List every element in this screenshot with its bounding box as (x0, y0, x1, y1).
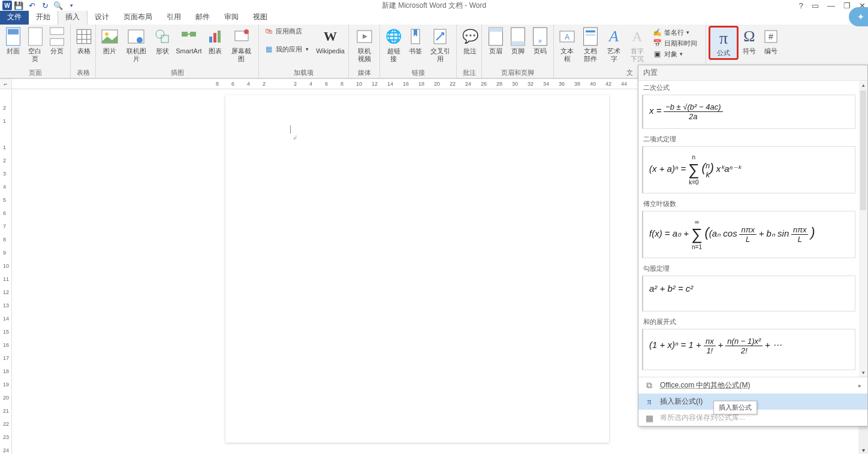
formula-pythag[interactable]: a² + b² = c² (642, 276, 855, 311)
wikipedia-button[interactable]: WWikipedia (315, 26, 346, 56)
group-pages: 封面 空白页 分页 页面 (0, 25, 71, 78)
table-icon (74, 27, 94, 46)
group-label-media: 媒体 (349, 68, 379, 78)
save-icon[interactable]: 💾 (12, 0, 25, 11)
gallery-scroll-up-icon[interactable]: ▴ (859, 81, 867, 89)
group-label-comments: 批注 (457, 68, 481, 78)
textbox-icon: A (557, 27, 577, 46)
group-illustrations: 图片 联机图片 形状 SmartArt 图表 屏幕截图 插图 (96, 25, 259, 78)
svg-rect-20 (218, 31, 221, 43)
dropcap-button[interactable]: A首字下沉 (625, 26, 650, 64)
cover-page-button[interactable]: 封面 (2, 26, 24, 56)
screenshot-button[interactable]: 屏幕截图 (227, 26, 256, 64)
ribbon-display-button[interactable]: ▭ (812, 1, 819, 10)
app-store-button[interactable]: 🛍应用商店 (261, 26, 311, 37)
smartart-icon (179, 27, 198, 46)
crossref-button[interactable]: 交叉引用 (426, 26, 454, 64)
tab-home[interactable]: 开始 (29, 10, 58, 25)
symbol-button[interactable]: Ω符号 (739, 26, 760, 56)
hyperlink-button[interactable]: 🌐超链接 (382, 26, 405, 64)
help-button[interactable]: ? (799, 1, 803, 10)
word-app-icon[interactable]: W (2, 1, 12, 10)
tab-view[interactable]: 视图 (246, 10, 275, 25)
blank-page-button[interactable]: 空白页 (24, 26, 46, 64)
shapes-button[interactable]: 形状 (151, 26, 174, 56)
formula-quadratic[interactable]: x = −b ± √(b² − 4ac)2a (642, 95, 855, 129)
svg-rect-19 (213, 33, 216, 43)
pagenum-icon: # (531, 27, 550, 46)
pictures-icon (100, 27, 119, 46)
scroll-down-icon[interactable]: ▾ (858, 446, 868, 454)
footer-icon (508, 27, 528, 46)
svg-rect-35 (584, 28, 598, 46)
bookmark-button[interactable]: 书签 (405, 26, 426, 56)
page-break-button[interactable]: 分页 (46, 26, 68, 56)
vertical-ruler[interactable]: 2112345678910111213141516171819202122232… (0, 89, 12, 454)
online-pictures-button[interactable]: 联机图片 (122, 26, 151, 64)
smartart-button[interactable]: SmartArt (174, 26, 203, 56)
minimize-button[interactable]: — (827, 1, 835, 10)
paragraph-mark-icon: ↲ (293, 134, 297, 141)
tab-layout[interactable]: 页面布局 (116, 10, 159, 25)
undo-icon[interactable]: ↶ (25, 0, 38, 11)
number-button[interactable]: #编号 (760, 26, 782, 56)
print-preview-icon[interactable]: 🔍 (52, 0, 65, 11)
equation-dropdown-header: 内置 (638, 65, 867, 81)
chevron-right-icon: ▸ (858, 382, 861, 389)
pi-icon: π (714, 29, 733, 48)
object-button[interactable]: ▣对象▾ (650, 49, 700, 59)
more-equations-online[interactable]: ⧉ Office.com 中的其他公式(M) ▸ (638, 377, 867, 394)
myapps-icon: ▦ (264, 44, 273, 54)
tab-insert[interactable]: 插入 (58, 9, 88, 25)
discover-badge-icon[interactable]: ✦ (849, 7, 868, 26)
equation-dropdown: 内置 二次公式 x = −b ± √(b² − 4ac)2a 二项式定理 (x … (638, 65, 868, 426)
equation-button[interactable]: π公式 (709, 26, 739, 60)
table-button[interactable]: 表格 (73, 26, 95, 56)
tab-references[interactable]: 引用 (159, 10, 188, 25)
restore-button[interactable]: ❐ (843, 1, 851, 10)
section-quadratic: 二次公式 (638, 81, 859, 95)
footer-button[interactable]: 页脚 (507, 26, 529, 56)
pagenum-button[interactable]: #页码 (529, 26, 551, 56)
qat-customize-icon[interactable]: ▾ (65, 0, 78, 11)
wikipedia-icon: W (321, 27, 340, 46)
formula-binomial[interactable]: (x + a)ⁿ = n∑k=0 (nk) xᵏaⁿ⁻ᵏ (642, 146, 855, 193)
formula-expansion[interactable]: (1 + x)ⁿ = 1 + nx1! + n(n − 1)x²2! + ⋯ (642, 329, 855, 370)
chart-button[interactable]: 图表 (203, 26, 227, 56)
chart-icon (206, 27, 225, 46)
group-label-addins: 加载项 (259, 68, 348, 78)
online-pictures-icon (126, 27, 146, 46)
gallery-scroll-thumb[interactable] (860, 90, 866, 210)
tab-design[interactable]: 设计 (88, 10, 116, 25)
online-video-button[interactable]: 联机视频 (351, 26, 377, 64)
comment-button[interactable]: 💬批注 (459, 26, 481, 56)
gallery-scrollbar[interactable]: ▴ ▾ (859, 81, 867, 377)
header-button[interactable]: 页眉 (484, 26, 507, 56)
formula-fourier[interactable]: f(x) = a₀ + ∞∑n=1 ((aₙ cos nπxL + bₙ sin… (642, 211, 855, 258)
signature-line-button[interactable]: ✍签名行▾ (650, 27, 700, 38)
svg-rect-15 (161, 35, 168, 43)
group-label-headerfooter: 页眉和页脚 (482, 68, 553, 78)
my-apps-button[interactable]: ▦我的应用▾ (261, 44, 311, 55)
tab-review[interactable]: 审阅 (217, 10, 246, 25)
svg-rect-2 (28, 28, 42, 46)
svg-point-14 (156, 30, 164, 38)
svg-rect-5 (77, 29, 91, 43)
office-icon: ⧉ (644, 381, 654, 391)
quickparts-button[interactable]: 文档部件 (578, 26, 603, 64)
gallery-scroll-down-icon[interactable]: ▾ (859, 368, 867, 377)
datetime-button[interactable]: 📅日期和时间 (650, 38, 700, 49)
group-label-tables: 表格 (71, 68, 95, 78)
tab-mailings[interactable]: 邮件 (188, 10, 217, 25)
svg-rect-17 (190, 32, 196, 37)
dropcap-icon: A (628, 27, 647, 46)
textbox-button[interactable]: A文本框 (556, 26, 578, 64)
document-page[interactable]: ↲ (225, 95, 609, 443)
bookmark-icon (406, 27, 425, 46)
equation-gallery: 二次公式 x = −b ± √(b² − 4ac)2a 二项式定理 (x + a… (638, 81, 867, 377)
tab-file[interactable]: 文件 (0, 10, 29, 25)
wordart-button[interactable]: A艺术字 (603, 26, 625, 64)
section-fourier: 傅立叶级数 (638, 197, 859, 211)
redo-icon[interactable]: ↻ (38, 0, 52, 11)
pictures-button[interactable]: 图片 (98, 26, 122, 56)
